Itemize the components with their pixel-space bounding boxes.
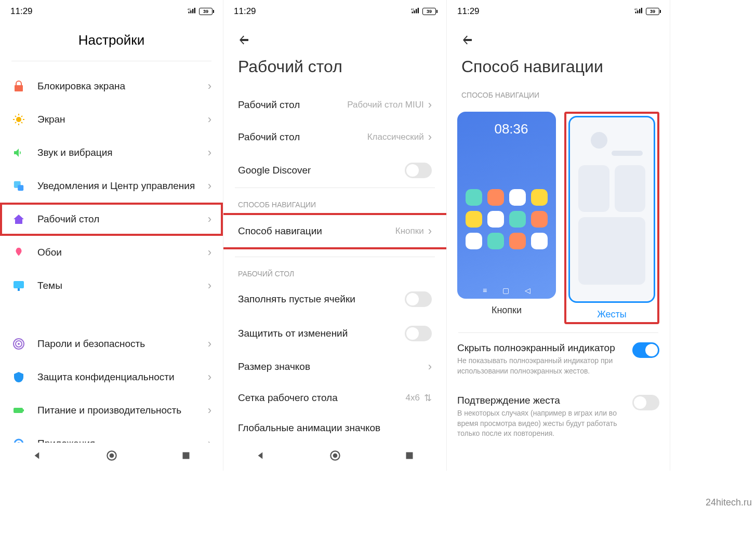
toggle-switch[interactable] <box>632 395 659 410</box>
pref-label: Размер значков <box>238 361 428 372</box>
item-battery-perf[interactable]: Питание и производительность › <box>0 394 223 427</box>
chevron-right-icon: › <box>208 337 211 351</box>
item-label: Рабочий стол <box>37 214 208 225</box>
nav-home-button[interactable] <box>328 449 342 464</box>
svg-line-6 <box>21 116 22 117</box>
svg-point-22 <box>109 454 114 458</box>
lock-icon <box>11 79 26 94</box>
settings-screen: 11:29 4G 39 Настройки Блокировка экрана … <box>0 0 223 471</box>
nav-recents-button[interactable] <box>403 449 416 464</box>
pref-hide-indicator[interactable]: Скрыть полноэкранный индикатор Не показы… <box>447 333 670 385</box>
navigation-method-screen: 11:29 4G 39 Способ навигации СПОСОБ НАВИ… <box>447 0 670 471</box>
item-wallpaper[interactable]: Обои › <box>0 236 223 269</box>
pref-label: Глобальные анимации значков <box>238 422 432 434</box>
notification-icon <box>11 179 26 193</box>
section-nav-header: СПОСОБ НАВИГАЦИИ <box>223 188 446 213</box>
home-icon <box>11 212 26 226</box>
preview-gestures <box>568 116 655 303</box>
option-label-buttons: Кнопки <box>457 305 556 316</box>
chevron-right-icon: › <box>428 130 432 144</box>
status-right: 4G 39 <box>411 7 436 16</box>
pref-title: Подтверждение жеста <box>457 395 624 406</box>
pref-label: Сетка рабочего стола <box>238 392 406 404</box>
item-passwords-security[interactable]: Пароли и безопасность › <box>0 327 223 361</box>
system-nav-bar <box>0 443 223 471</box>
battery-icon: 39 <box>422 8 436 15</box>
pref-title: Скрыть полноэкранный индикатор <box>457 342 624 354</box>
pref-style[interactable]: Рабочий стол Классический › <box>223 121 446 153</box>
highlighted-nav-method: Способ навигации Кнопки › <box>223 213 447 249</box>
battery-icon: 39 <box>199 8 213 15</box>
battery-icon: 39 <box>646 8 659 15</box>
item-notifications[interactable]: Уведомления и Центр управления › <box>0 169 223 203</box>
toggle-switch[interactable] <box>632 342 659 358</box>
preview-clock: 08:36 <box>457 112 556 137</box>
item-sound[interactable]: Звук и вибрация › <box>0 136 223 169</box>
status-time: 11:29 <box>457 6 480 17</box>
item-privacy[interactable]: Защита конфиденциальности › <box>0 361 223 394</box>
chevron-right-icon: › <box>208 79 211 93</box>
chevron-right-icon: › <box>208 404 211 417</box>
pref-global-anim[interactable]: Глобальные анимации значков <box>223 413 446 443</box>
item-label: Звук и вибрация <box>37 147 208 158</box>
pref-fill-empty[interactable]: Заполнять пустые ячейки <box>223 282 446 316</box>
item-themes[interactable]: Темы › <box>0 269 223 302</box>
svg-rect-11 <box>18 185 23 191</box>
nav-recents-button[interactable] <box>179 449 193 464</box>
nav-home-button[interactable] <box>105 449 118 464</box>
nav-option-buttons[interactable]: 08:36 ≡▢◁ Кнопки <box>457 112 556 324</box>
status-bar: 11:29 4G 39 <box>223 0 446 23</box>
svg-rect-13 <box>18 288 20 291</box>
chevron-right-icon: › <box>428 360 432 374</box>
toggle-switch[interactable] <box>405 291 432 307</box>
battery-icon <box>11 403 26 418</box>
pref-google-discover[interactable]: Google Discover <box>223 153 446 188</box>
pref-launcher[interactable]: Рабочий стол Рабочий стол MIUI › <box>223 89 446 121</box>
item-label: Обои <box>37 247 208 258</box>
pref-confirm-gesture[interactable]: Подтверждение жеста В некоторых случаях … <box>447 385 670 448</box>
status-bar: 11:29 4G 39 <box>447 0 670 23</box>
pref-label: Способ навигации <box>238 225 395 237</box>
toggle-switch[interactable] <box>405 163 432 178</box>
pref-grid[interactable]: Сетка рабочего стола 4x6 ⇅ <box>223 383 446 413</box>
status-time: 11:29 <box>234 6 256 17</box>
system-nav-bar <box>223 443 446 471</box>
pref-label: Рабочий стол <box>238 131 367 143</box>
stepper-icon[interactable]: ⇅ <box>424 392 432 404</box>
chevron-right-icon: › <box>428 224 432 238</box>
svg-point-1 <box>16 117 21 122</box>
fingerprint-icon <box>11 337 26 351</box>
themes-icon <box>11 278 26 293</box>
svg-rect-12 <box>14 281 24 288</box>
pref-icon-size[interactable]: Размер значков › <box>223 351 446 383</box>
home-screen-settings: 11:29 4G 39 Рабочий стол Рабочий стол Ра… <box>223 0 447 471</box>
signal-icon: 4G <box>188 7 197 16</box>
svg-line-8 <box>15 116 16 117</box>
svg-point-16 <box>18 343 20 345</box>
nav-back-button[interactable] <box>254 449 268 464</box>
nav-back-button[interactable] <box>31 449 44 464</box>
pref-label: Рабочий стол <box>238 99 347 111</box>
back-button[interactable] <box>238 33 250 46</box>
settings-list: Блокировка экрана › Экран › Звук и вибра… <box>0 61 223 460</box>
pref-label: Google Discover <box>238 165 405 176</box>
svg-line-9 <box>21 122 22 123</box>
item-lock-screen[interactable]: Блокировка экрана › <box>0 70 223 103</box>
svg-rect-17 <box>14 408 23 413</box>
pref-value: Классический <box>367 132 424 142</box>
back-button[interactable] <box>461 33 474 46</box>
status-right: 4G 39 <box>188 7 213 16</box>
pref-nav-method[interactable]: Способ навигации Кнопки › <box>223 215 446 247</box>
pref-lock-layout[interactable]: Защитить от изменений <box>223 316 446 351</box>
nav-option-gestures[interactable]: Жесты <box>564 112 659 324</box>
pref-value: 4x6 <box>406 393 420 403</box>
chevron-right-icon: › <box>208 146 211 159</box>
item-display[interactable]: Экран › <box>0 103 223 136</box>
item-label: Питание и производительность <box>37 405 208 416</box>
preview-buttons: 08:36 ≡▢◁ <box>457 112 556 299</box>
shield-icon <box>11 370 26 384</box>
pref-value: Рабочий стол MIUI <box>347 100 423 110</box>
item-label: Экран <box>37 114 208 125</box>
toggle-switch[interactable] <box>405 326 432 341</box>
item-home-screen[interactable]: Рабочий стол › <box>0 203 223 236</box>
